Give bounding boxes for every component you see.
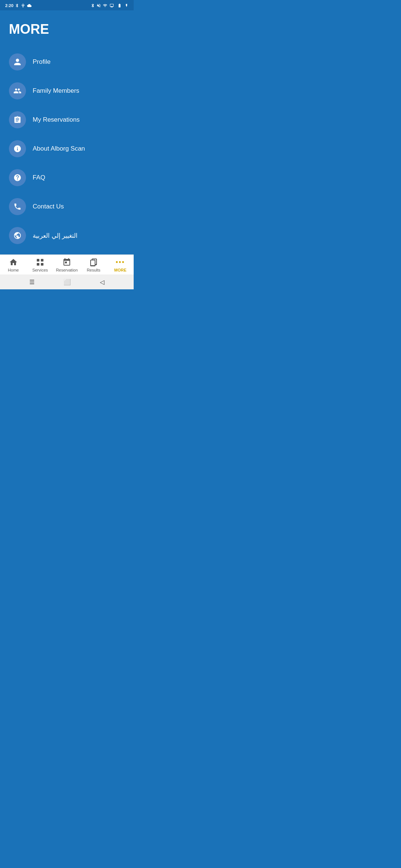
more-nav-label: MORE	[114, 268, 127, 272]
status-bar: 2:20	[0, 0, 134, 10]
menu-item-contact-us[interactable]: Contact Us	[9, 192, 125, 221]
main-content: MORE Profile Family Members My Reservati…	[0, 10, 134, 279]
family-icon-circle	[9, 82, 26, 99]
nav-item-results[interactable]: Results	[82, 258, 105, 272]
faq-label: FAQ	[33, 174, 45, 181]
svg-rect-0	[37, 259, 39, 262]
usb-icon	[21, 3, 25, 8]
more-nav-icon: •••	[116, 258, 125, 267]
clipboard-icon	[13, 116, 22, 124]
question-icon	[13, 174, 22, 182]
reservation-nav-label: Reservation	[56, 268, 78, 272]
bottom-nav: Home Services Reservation Results •••	[0, 254, 134, 274]
menu-item-about[interactable]: About Alborg Scan	[9, 134, 125, 163]
results-nav-label: Results	[87, 268, 101, 272]
services-nav-label: Services	[32, 268, 48, 272]
bluetooth-icon	[15, 3, 19, 8]
reservations-icon-circle	[9, 111, 26, 128]
my-reservations-label: My Reservations	[33, 116, 80, 124]
bt-right-icon	[91, 3, 95, 8]
status-left: 2:20	[5, 3, 32, 8]
wifi-icon	[102, 3, 108, 8]
bolt-icon	[125, 3, 128, 8]
status-right	[91, 3, 128, 8]
family-members-label: Family Members	[33, 87, 79, 95]
nav-item-services[interactable]: Services	[29, 258, 51, 272]
cloud-icon	[27, 3, 32, 8]
android-menu-btn[interactable]: ☰	[29, 279, 35, 286]
android-nav-bar: ☰ ⬜ ◁	[0, 274, 134, 289]
contact-icon-circle	[9, 198, 26, 215]
reservation-nav-icon	[62, 258, 71, 267]
nav-item-more[interactable]: ••• MORE	[109, 258, 131, 272]
battery-icon	[116, 3, 123, 8]
screen-icon	[109, 3, 114, 8]
menu-item-profile[interactable]: Profile	[9, 47, 125, 76]
home-nav-label: Home	[8, 268, 19, 272]
services-nav-icon	[36, 258, 45, 267]
svg-rect-3	[41, 263, 43, 266]
profile-label: Profile	[33, 58, 50, 66]
person-icon	[13, 58, 22, 66]
android-back-btn[interactable]: ◁	[100, 279, 104, 286]
android-home-btn[interactable]: ⬜	[63, 279, 71, 286]
menu-item-faq[interactable]: FAQ	[9, 163, 125, 192]
contact-us-label: Contact Us	[33, 203, 64, 210]
time-display: 2:20	[5, 3, 13, 8]
home-nav-icon	[9, 258, 18, 267]
svg-rect-1	[41, 259, 43, 262]
more-dots: •••	[116, 259, 125, 266]
nav-item-reservation[interactable]: Reservation	[56, 258, 78, 272]
menu-list: Profile Family Members My Reservations A…	[9, 47, 125, 279]
group-icon	[13, 87, 22, 95]
about-label: About Alborg Scan	[33, 145, 85, 152]
language-label: التغيير إلي العربية	[33, 232, 78, 240]
mute-icon	[97, 3, 101, 8]
info-icon	[13, 145, 22, 153]
faq-icon-circle	[9, 169, 26, 186]
page-title: MORE	[9, 22, 125, 37]
phone-icon	[13, 203, 22, 211]
globe-icon	[13, 231, 22, 240]
menu-item-language[interactable]: التغيير إلي العربية	[9, 221, 125, 250]
about-icon-circle	[9, 140, 26, 157]
menu-item-family-members[interactable]: Family Members	[9, 76, 125, 105]
nav-item-home[interactable]: Home	[2, 258, 25, 272]
profile-icon-circle	[9, 53, 26, 70]
results-nav-icon	[89, 258, 98, 267]
globe-icon-circle	[9, 227, 26, 244]
svg-rect-2	[37, 263, 39, 266]
menu-item-my-reservations[interactable]: My Reservations	[9, 105, 125, 134]
